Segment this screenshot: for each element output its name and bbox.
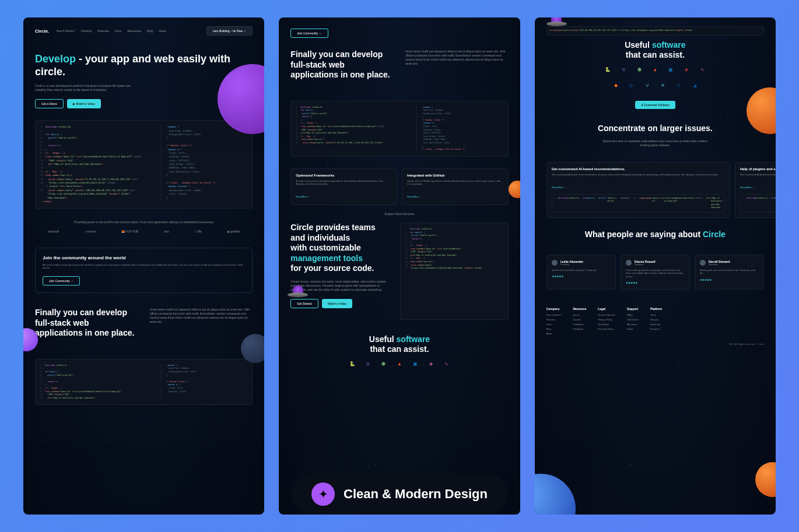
- css-icon: ▣: [412, 361, 419, 368]
- footer-link[interactable]: Roadmap: [650, 323, 662, 326]
- testimonial-name: Darrell Steward: [709, 260, 730, 263]
- read-more-link[interactable]: Read More →: [407, 195, 422, 198]
- read-more-link[interactable]: Read More →: [740, 186, 755, 189]
- nav-link[interactable]: News: [159, 29, 166, 33]
- testimonial-card: Darrell Steward Community Making your ow…: [695, 255, 764, 290]
- nav-link[interactable]: Resources: [127, 29, 141, 33]
- hero-title: Develop - your app and web easily with c…: [35, 53, 253, 78]
- read-more-link[interactable]: Read More →: [296, 195, 310, 198]
- testimonial-card: Dianne Russell Community Circle is being…: [621, 255, 690, 290]
- footer-link[interactable]: Terms of Service: [598, 313, 615, 316]
- community-title: Join the community around the world: [43, 255, 245, 260]
- logo[interactable]: Circle.: [35, 29, 49, 34]
- vscode-icon: ▷: [628, 82, 635, 89]
- bootstrap-icon: B: [365, 361, 372, 368]
- footer-link[interactable]: FAQs: [627, 313, 639, 316]
- testimonial-text: Making your own code become a site. Than…: [700, 269, 759, 275]
- python-icon: 🐍: [604, 66, 611, 73]
- feature-cards: Optimized Frameworks A custom environmen…: [290, 168, 508, 205]
- read-more-link[interactable]: Read More →: [552, 186, 566, 189]
- footer-link[interactable]: How it Works?: [546, 313, 562, 316]
- footer-link[interactable]: Feedback: [573, 327, 586, 330]
- footer-heading: Platform: [650, 307, 662, 311]
- footer-link[interactable]: Docs: [546, 323, 562, 326]
- software-section: Useful software that can assist. 🐍 B ⬢ ▲…: [546, 40, 764, 109]
- software-title-b: software: [397, 334, 430, 344]
- hero-subtitle: Circle is a code development platform th…: [35, 84, 140, 92]
- footer-link[interactable]: Features: [546, 318, 562, 321]
- community-text: More than millions of people around the …: [43, 263, 245, 269]
- mgmt-desc: Create issues, sections into tasks, trac…: [290, 280, 388, 292]
- ror-icon: ◈: [427, 361, 434, 368]
- hero-buttons: Get a Demo ▶ Watch a Video: [35, 99, 253, 108]
- footer-link[interactable]: Careers: [573, 318, 586, 321]
- footer-col-platform: Platform Team Security Roadmap Features: [650, 307, 662, 337]
- software-title-a: Useful: [369, 334, 397, 344]
- wand-icon: ✦: [311, 482, 335, 506]
- footer-link[interactable]: Security: [650, 318, 662, 321]
- sass-icon: ∿: [699, 66, 706, 73]
- software-icons-row2: ◆ ▷ V ⚛ C ◢: [546, 82, 764, 89]
- nav-link[interactable]: Develop: [81, 29, 92, 33]
- fullstack-desc: Amet minim mollit non deserunt ullamco e…: [405, 50, 509, 66]
- card-title: Optimized Frameworks: [296, 174, 392, 177]
- video-button[interactable]: ▶ Watch a Video: [67, 99, 101, 108]
- footer-link[interactable]: Features: [650, 327, 662, 330]
- explore-link[interactable]: Explore More Services: [290, 212, 508, 216]
- nav-link[interactable]: How It Works?: [56, 29, 75, 33]
- footer-col-support: Support FAQs Call Center Maintance Statu…: [627, 307, 639, 337]
- nav-links: How It Works? Develop Features Docs Reso…: [56, 29, 199, 33]
- card-text: Get customized AI-based recommendations.…: [552, 173, 725, 177]
- footer-link[interactable]: Team: [650, 313, 662, 316]
- partner-logo: ◉ goldline: [227, 230, 240, 233]
- concentrate-desc: Spend less time on repetitive code patte…: [602, 139, 707, 147]
- planet-decoration: [509, 181, 520, 198]
- software-title-b: software: [652, 40, 686, 50]
- gitlab-icon: ◆: [612, 82, 619, 89]
- footer-link[interactable]: Call Center: [627, 318, 639, 321]
- footer-link[interactable]: Templates: [573, 323, 586, 326]
- react-icon: ⚛: [660, 82, 667, 89]
- footer-link[interactable]: Fair Use Policy: [598, 327, 615, 330]
- footer-link[interactable]: Status: [627, 327, 639, 330]
- cta-button[interactable]: Lets Building – Its Free →: [206, 26, 253, 36]
- software-title: Useful software that can assist.: [546, 40, 764, 61]
- sass-icon: ∿: [443, 361, 450, 368]
- design-badge: ✦ Clean & Modern Design: [291, 474, 508, 515]
- software-title-a: Useful: [625, 40, 652, 50]
- get-started-button[interactable]: Get Started: [290, 299, 318, 308]
- footer-col-company: Company How it Works? Features Docs Blog…: [546, 307, 562, 337]
- nav-link[interactable]: Features: [97, 29, 109, 33]
- card-title: Integrated with GitHub: [407, 174, 503, 177]
- footer-link[interactable]: Forum: [573, 313, 586, 316]
- footer-link[interactable]: About: [546, 332, 562, 335]
- fullstack-title: Finally you can develop full-stack web a…: [35, 308, 138, 339]
- footer-link[interactable]: Maintance: [627, 323, 639, 326]
- concentrate-section: Concentrate on larger issues. Spend less…: [546, 124, 764, 148]
- footer-heading: Company: [546, 307, 562, 311]
- nav-link[interactable]: Docs: [115, 29, 121, 33]
- demo-button[interactable]: Get a Demo: [35, 99, 64, 108]
- testimonial-cards: Leslie Alexander Community and the tech …: [546, 255, 764, 290]
- download-button[interactable]: ⬇ Download Software: [635, 101, 675, 109]
- star-rating: ★★★★★: [626, 281, 685, 284]
- management-section: Circle provides teams and individuals wi…: [290, 223, 508, 320]
- nav-link[interactable]: Blog: [147, 29, 153, 33]
- software-title-c: that can assist.: [370, 344, 429, 354]
- watch-video-button[interactable]: Watch a Video: [322, 299, 352, 308]
- fullstack-section: Finally you can develop full-stack web a…: [290, 50, 508, 86]
- footer-link[interactable]: Guidelines: [598, 323, 615, 326]
- partner-logo: velocity9: [48, 230, 59, 233]
- card-title: Get customized AI-based recommendations.: [552, 167, 725, 171]
- testimonial-name: Dianne Russell: [635, 260, 656, 263]
- software-section: Useful software that can assist. 🐍 B ⬢ ▲…: [290, 334, 508, 368]
- join-community-button[interactable]: Join Community →: [43, 276, 80, 286]
- footer-link[interactable]: Blog: [546, 327, 562, 330]
- mgmt-line2a: with customizable: [290, 243, 361, 252]
- testimonial-role: Community: [709, 263, 730, 266]
- join-community-button[interactable]: Join Community →: [290, 29, 328, 38]
- testimonial-text: Circle is being used for my project, and…: [626, 269, 685, 279]
- node-icon: ⬢: [636, 66, 643, 73]
- star-rating: ★★★★★: [552, 274, 611, 278]
- footer-link[interactable]: Privacy Policy: [598, 318, 615, 321]
